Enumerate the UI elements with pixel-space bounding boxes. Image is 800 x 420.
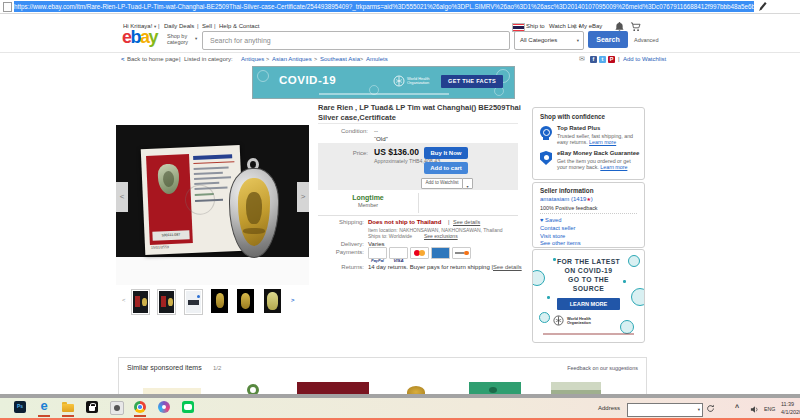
trp-desc: Trusted seller, fast shipping, and easy … [557,133,637,146]
thumbnail-3[interactable] [184,289,203,315]
search-input[interactable]: Search for anything [202,31,510,50]
thumbnail-6[interactable] [264,289,281,313]
taskbar-file-explorer-icon[interactable] [62,401,74,413]
saved-text: Saved [545,217,561,223]
show-hidden-icons-chevron[interactable]: ^ [735,404,739,411]
amulet-figure [163,171,175,187]
clock-date[interactable]: 4/1/2020 [781,409,800,415]
back-chevron-icon: < [121,56,125,62]
taskbar-chrome-icon[interactable] [134,401,146,413]
sponsored-feedback-link[interactable]: Feedback on our suggestions [567,365,638,371]
taskbar-paint3d-icon[interactable] [158,401,170,413]
caret-down-icon[interactable]: ▾ [698,407,700,412]
title-divider [318,123,518,124]
badge-vertical-divider [418,193,419,213]
taskbar-line-icon[interactable] [182,401,194,413]
chrome-center-blue [138,405,142,409]
learn-more-button[interactable]: LEARN MORE [557,298,620,310]
url-text[interactable]: https://www.ebay.com/itm/Rare-Rien-LP-Tu… [14,1,754,12]
refresh-icon[interactable] [706,404,715,413]
add-to-watchlist-link[interactable]: Add to Watchlist [623,56,666,62]
taskbar-store-icon[interactable] [86,401,98,413]
nav-sell[interactable]: Sell [202,23,212,29]
certificate-text-line [194,176,231,180]
language-indicator[interactable]: ENG [764,406,775,412]
thumbnail-2[interactable] [157,289,176,315]
address-toolbar-input[interactable]: ▾ [627,403,703,417]
photo-next-arrow[interactable]: > [297,182,309,212]
email-share-icon[interactable]: ✉ [579,55,585,63]
speaker-icon[interactable] [750,405,759,414]
nav-ship-to[interactable]: Ship to [526,23,545,29]
virus-doodle [257,70,269,82]
thumbnail-5[interactable] [237,289,254,313]
pendant-monk-figure [246,192,262,224]
condition-value: -- [374,128,378,134]
breadcrumb-southeast-asia[interactable]: Southeast Asia [320,56,360,62]
contact-seller-link[interactable]: Contact seller [540,225,575,231]
visa-text: VISA [393,258,403,263]
seller-name-link[interactable]: amatasiam [540,196,569,202]
thumbnail-4[interactable] [211,289,228,313]
virus-dot [547,296,550,299]
confidence-title: Shop with confidence [540,113,605,120]
shop-by-category-dropdown[interactable]: Shop by category ▾ [167,33,188,45]
pinterest-icon[interactable]: P [608,56,615,63]
buy-it-now-button[interactable]: Buy It Now [424,147,468,159]
nav-help-contact[interactable]: Help & Contact [219,23,259,29]
thumb-gold [168,298,173,306]
mbg-learn-more-link[interactable]: Learn more [600,164,627,170]
pen-icon[interactable] [758,1,767,12]
watchlist-caret-button[interactable]: ▾ [462,178,473,189]
thumbnail-1[interactable] [131,289,150,315]
taskbar-edge-icon[interactable]: e [38,399,50,413]
nav-daily-deals[interactable]: Daily Deals [164,23,194,29]
covid-sidebar-ad[interactable]: FOR THE LATEST ON COVID-19 GO TO THE SOU… [532,249,645,343]
see-other-items-link[interactable]: See other items [540,240,581,246]
returns-see-details-link[interactable]: See details [493,264,522,270]
certificate-header-bar [193,154,232,160]
covid-banner[interactable]: COVID-19 World Health Organization GET T… [252,66,515,99]
thumbs-next-arrow[interactable]: > [291,297,295,303]
thumb-gold-amulet [267,292,278,310]
clock-time[interactable]: 11:39 [781,401,794,407]
who-logo-icon [393,75,405,87]
category-select[interactable]: All Categories ▾ [514,31,584,50]
add-to-watchlist-button[interactable]: Add to Watchlist [421,178,463,189]
separator: | [448,219,449,225]
facebook-icon[interactable]: f [590,56,597,63]
shipping-see-details-link[interactable]: See details [453,219,480,225]
twitter-icon[interactable]: t [599,56,606,63]
visit-store-link[interactable]: Visit store [540,233,565,239]
taskbar-photoshop-icon[interactable]: Ps [14,401,26,413]
bag-body [89,406,95,411]
advanced-link[interactable]: Advanced [634,37,658,43]
ebay-logo[interactable]: ebay [122,27,157,48]
seller-saved-link[interactable]: ♥ Saved [540,217,562,223]
back-to-home-link[interactable]: Back to home page [127,56,179,62]
get-the-facts-button[interactable]: GET THE FACTS [441,75,503,88]
item-photo-main[interactable]: 590111-087 15/01/2559 [116,125,309,285]
browser-address-bar[interactable]: https://www.ebay.com/itm/Rare-Rien-LP-Tu… [0,0,800,14]
photo-prev-arrow[interactable]: < [116,182,128,212]
chevron-left-icon: < [120,192,125,201]
search-placeholder: Search for anything [210,37,271,44]
certificate-id: 590111-087 [162,233,181,238]
thumbs-prev-arrow[interactable]: < [122,297,126,303]
seller-information-box: Seller information amatasiam (1419★) 100… [532,182,645,248]
cart-icon[interactable] [630,22,641,32]
trp-learn-more-link[interactable]: Learn more [589,139,616,145]
thumb-red-card [161,296,167,307]
search-button[interactable]: Search [588,31,628,48]
seller-id-row[interactable]: amatasiam (1419★) [540,196,593,202]
taskbar-photos-icon[interactable] [110,401,124,415]
badge-member: Member [318,202,418,208]
heart-icon: ♥ [540,217,543,223]
breadcrumb-amulets[interactable]: Amulets [366,56,388,62]
breadcrumb-asian-antiques[interactable]: Asian Antiques [272,56,312,62]
see-exclusions-link[interactable]: See exclusions [424,233,458,239]
breadcrumb-antiques[interactable]: Antiques [241,56,264,62]
add-to-cart-button[interactable]: Add to cart [424,162,468,174]
nav-my-ebay[interactable]: My eBay [579,23,602,29]
chevron-right-icon: > [301,192,306,201]
